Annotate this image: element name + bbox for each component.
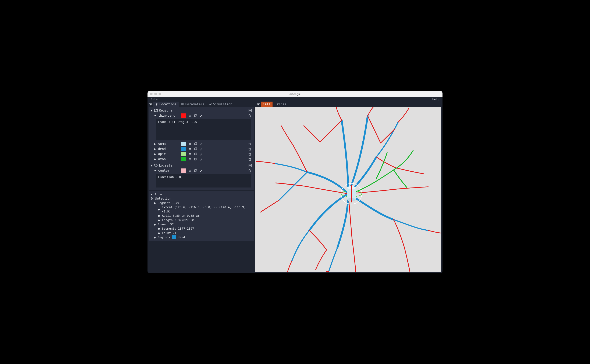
info-regions: ● Regions dend [150,235,252,239]
visibility-toggle[interactable] [188,169,192,173]
region-expression-text: (radius-lt (tag 3) 0.5) [158,120,199,124]
region-row-axon[interactable]: ▶ axon [150,157,253,162]
caret-right-icon: ▶ [154,157,156,161]
close-window-button[interactable] [150,93,153,95]
info-segment: ●Segment 1379 [150,201,252,205]
locset-expression-input[interactable]: (location 0 0) [156,174,251,188]
delete-region-button[interactable] [248,113,252,118]
duplicate-button[interactable] [193,113,198,118]
eye-icon [188,114,192,117]
tab-cell-label: Cell [263,102,270,106]
region-row-dend[interactable]: ▶ dend [150,146,253,151]
add-locset-button[interactable] [248,163,252,168]
locsets-header-label: Locsets [159,164,172,167]
visibility-toggle[interactable] [188,157,192,161]
locset-color-swatch[interactable] [181,169,186,173]
region-name: soma [158,142,179,146]
duplicate-button[interactable] [193,157,198,161]
delete-region-button[interactable] [248,142,252,146]
tab-simulation[interactable]: Simulation [207,102,235,107]
check-icon [199,114,203,117]
apply-button[interactable] [199,169,203,173]
visibility-toggle[interactable] [188,113,192,118]
region-color-swatch[interactable] [181,113,186,118]
left-tab-menu-button[interactable] [148,102,153,107]
visibility-toggle[interactable] [188,152,192,156]
right-tab-bar: Cell Traces [255,102,442,107]
locset-name: center [158,169,179,172]
trash-icon [248,143,251,146]
duplicate-button[interactable] [193,142,198,146]
apply-button[interactable] [199,157,203,161]
neuron-morphology-render [255,107,441,272]
tab-traces[interactable]: Traces [273,102,289,107]
caret-down-icon: ▼ [150,164,153,167]
visibility-toggle[interactable] [188,142,192,146]
eye-icon [188,169,192,172]
delete-region-button[interactable] [248,152,252,156]
info-header-label: Info [155,192,162,196]
duplicate-button[interactable] [193,152,198,156]
info-count: ●Count 21 [150,231,252,235]
trash-icon [248,153,251,156]
region-color-swatch[interactable] [181,142,186,146]
svg-point-11 [155,164,155,165]
menu-file[interactable]: File [149,97,159,101]
tab-locations[interactable]: Locations [153,102,179,107]
duplicate-button[interactable] [193,147,198,151]
locsets-header[interactable]: ▼ Locsets [150,163,253,168]
menu-down-icon [148,102,153,107]
plane-icon [209,103,212,106]
info-radii: ●Radii 0.85 µm 0.85 µm [150,214,252,218]
maximize-window-button[interactable] [159,93,161,95]
menu-help[interactable]: Help [431,97,441,101]
add-region-button[interactable] [248,108,252,113]
region-expression-input[interactable]: (radius-lt (tag 3) 0.5) [156,119,251,140]
eye-icon [188,158,192,161]
trash-icon [248,148,251,151]
locset-row-center[interactable]: ▼ center [150,168,253,173]
region-row-soma[interactable]: ▶ soma [150,141,253,146]
visibility-toggle[interactable] [188,147,192,151]
info-branch: ●Branch 52 [150,222,252,227]
check-icon [199,169,203,172]
pin-icon [155,103,158,106]
cell-3d-viewport[interactable] [255,107,441,272]
copy-icon [194,158,197,161]
map-icon [154,109,158,112]
tab-simulation-label: Simulation [213,102,232,106]
right-tab-menu-button[interactable] [256,102,261,107]
apply-button[interactable] [199,147,203,151]
duplicate-button[interactable] [193,169,198,173]
region-color-swatch[interactable] [181,152,186,156]
caret-down-icon: ▼ [154,169,156,172]
region-color-swatch[interactable] [181,147,186,151]
copy-icon [194,148,197,151]
trash-icon [248,114,251,117]
copy-icon [194,169,197,172]
apply-button[interactable] [199,142,203,146]
delete-region-button[interactable] [248,147,252,151]
locset-expression-text: (location 0 0) [158,175,183,179]
region-color-swatch[interactable] [181,157,186,161]
tab-parameters[interactable]: Parameters [179,102,207,107]
locations-panel: ▼ Regions ▼ thin-dend [149,107,254,190]
region-row-apic[interactable]: ▶ apic [150,151,253,157]
list-icon [181,103,184,106]
delete-region-button[interactable] [248,157,252,161]
info-extent: ●Extent (120.6, -116.5, -8.8) -- (120.4,… [150,205,252,214]
info-header[interactable]: ▼ Info [150,192,252,196]
title-bar: arbor-gui [148,91,442,97]
apply-button[interactable] [199,113,203,118]
delete-locset-button[interactable] [248,169,252,173]
tab-cell[interactable]: Cell [261,102,273,107]
apply-button[interactable] [199,152,203,156]
trash-icon [248,169,251,172]
regions-header[interactable]: ▼ Regions [150,108,253,113]
minimize-window-button[interactable] [154,93,157,95]
copy-icon [194,153,197,156]
check-icon [199,153,203,156]
region-row-thin-dend[interactable]: ▼ thin-dend [150,113,253,118]
app-window: arbor-gui File Help Locations Parameters [148,91,442,273]
region-name: axon [158,157,179,161]
